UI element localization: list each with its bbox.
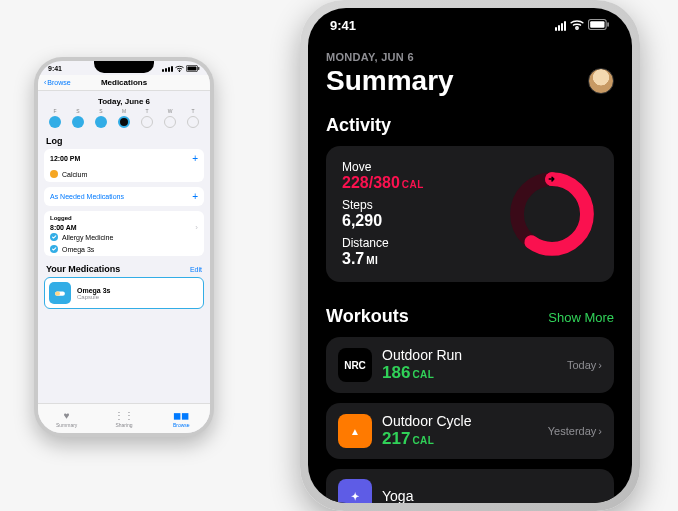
- capsule-icon: [49, 282, 71, 304]
- week-day[interactable]: W: [161, 108, 179, 128]
- log-med-row[interactable]: Calcium: [44, 168, 204, 182]
- svg-rect-6: [55, 292, 60, 296]
- activity-card[interactable]: Move 228/380CAL Steps 6,290 Distance 3.7…: [326, 146, 614, 282]
- svg-rect-2: [198, 67, 199, 70]
- week-day-label: M: [122, 108, 126, 114]
- activity-section-header: Activity: [326, 115, 614, 136]
- workout-app-icon: ✦: [338, 479, 372, 503]
- add-icon[interactable]: +: [192, 153, 198, 164]
- as-needed-card[interactable]: As Needed Medications +: [44, 187, 204, 206]
- status-right: [162, 65, 200, 73]
- week-day[interactable]: F: [46, 108, 64, 128]
- move-unit: CAL: [402, 179, 424, 190]
- week-day-label: T: [191, 108, 194, 114]
- wifi-icon: [570, 18, 584, 33]
- move-number: 228/380: [342, 174, 400, 192]
- medication-tile[interactable]: Omega 3s Capsule: [44, 277, 204, 309]
- med-color-icon: [50, 170, 58, 178]
- workout-cal-unit: CAL: [412, 435, 434, 446]
- logged-med-row[interactable]: Omega 3s: [44, 244, 204, 256]
- cellular-icon: [555, 21, 566, 31]
- chevron-right-icon: ›: [598, 425, 602, 437]
- logged-header: Logged: [44, 211, 204, 221]
- week-day-dot: [187, 116, 199, 128]
- nav-bar: ‹ Browse Medications: [38, 75, 210, 91]
- logged-card[interactable]: Logged 8:00 AM › Allergy MedicineOmega 3…: [44, 211, 204, 256]
- logged-med-row[interactable]: Allergy Medicine: [44, 232, 204, 244]
- workout-cal-value: 186: [382, 363, 410, 383]
- workout-card[interactable]: ▲Outdoor Cycle217CALYesterday›: [326, 403, 614, 459]
- add-icon[interactable]: +: [192, 191, 198, 202]
- logged-med-name: Omega 3s: [62, 246, 94, 253]
- browse-icon: ◼◼: [173, 410, 189, 421]
- notch: [94, 61, 154, 73]
- week-day[interactable]: M: [115, 108, 133, 128]
- page-title: Summary: [326, 65, 454, 97]
- week-day-dot: [118, 116, 130, 128]
- workout-card[interactable]: NRCOutdoor Run186CALToday›: [326, 337, 614, 393]
- workout-when-label: Yesterday: [548, 425, 597, 437]
- status-time: 9:41: [48, 65, 62, 73]
- today-header: Today, June 6: [44, 97, 204, 106]
- chevron-right-icon: ›: [598, 359, 602, 371]
- workout-when: Today›: [567, 359, 602, 371]
- steps-value: 6,290: [342, 212, 424, 230]
- week-strip[interactable]: FSSMTWT: [44, 108, 204, 128]
- avatar[interactable]: [588, 68, 614, 94]
- week-day-label: S: [76, 108, 79, 114]
- week-day[interactable]: S: [69, 108, 87, 128]
- edit-button[interactable]: Edit: [190, 266, 202, 273]
- week-day-label: T: [145, 108, 148, 114]
- tab-browse[interactable]: ◼◼Browse: [153, 404, 210, 433]
- svg-rect-8: [590, 21, 604, 28]
- activity-stats: Move 228/380CAL Steps 6,290 Distance 3.7…: [342, 160, 424, 268]
- back-label: Browse: [47, 79, 70, 86]
- move-value: 228/380CAL: [342, 174, 424, 192]
- tab-label: Sharing: [115, 422, 132, 428]
- tab-summary[interactable]: ♥Summary: [38, 404, 95, 433]
- week-day-label: F: [53, 108, 56, 114]
- logged-time: 8:00 AM: [50, 224, 77, 231]
- distance-value: 3.7MI: [342, 250, 424, 268]
- phone-summary-screen: 9:41 MONDAY, JUN 6 Summary Activity: [308, 8, 632, 503]
- as-needed-label: As Needed Medications: [50, 193, 124, 200]
- workout-meta: Outdoor Cycle217CAL: [382, 413, 538, 449]
- status-time: 9:41: [330, 18, 356, 33]
- back-button[interactable]: ‹ Browse: [44, 79, 71, 86]
- phone-summary: 9:41 MONDAY, JUN 6 Summary Activity: [300, 0, 640, 511]
- week-day-label: S: [99, 108, 102, 114]
- tab-sharing[interactable]: ⋮⋮Sharing: [95, 404, 152, 433]
- activity-ring: [506, 168, 598, 260]
- workout-meta: Outdoor Run186CAL: [382, 347, 557, 383]
- wifi-icon: [175, 65, 184, 73]
- check-icon: [50, 245, 58, 254]
- week-day[interactable]: T: [138, 108, 156, 128]
- svg-rect-9: [607, 22, 609, 26]
- sharing-icon: ⋮⋮: [114, 410, 134, 421]
- summary-date: MONDAY, JUN 6: [326, 51, 614, 63]
- week-day-label: W: [168, 108, 173, 114]
- log-card-1200[interactable]: 12:00 PM + Calcium: [44, 149, 204, 182]
- workout-cal-unit: CAL: [412, 369, 434, 380]
- chevron-right-icon: ›: [195, 223, 198, 232]
- med-tile-name: Omega 3s: [77, 287, 110, 294]
- summary-icon: ♥: [64, 410, 70, 421]
- move-label: Move: [342, 160, 424, 174]
- phone-medications: 9:41 ‹ Browse Medications Today, Ju: [34, 57, 214, 437]
- battery-icon: [186, 65, 200, 73]
- tab-label: Browse: [173, 422, 190, 428]
- workout-when-label: Today: [567, 359, 596, 371]
- week-day-dot: [95, 116, 107, 128]
- week-day-dot: [164, 116, 176, 128]
- workout-app-icon: NRC: [338, 348, 372, 382]
- week-day[interactable]: T: [184, 108, 202, 128]
- show-more-button[interactable]: Show More: [548, 310, 614, 325]
- nav-title: Medications: [101, 78, 147, 87]
- status-right: [555, 18, 610, 33]
- distance-number: 3.7: [342, 250, 364, 268]
- week-day[interactable]: S: [92, 108, 110, 128]
- logged-med-name: Allergy Medicine: [62, 234, 113, 241]
- med-name: Calcium: [62, 171, 87, 178]
- workout-card[interactable]: ✦Yoga: [326, 469, 614, 503]
- steps-label: Steps: [342, 198, 424, 212]
